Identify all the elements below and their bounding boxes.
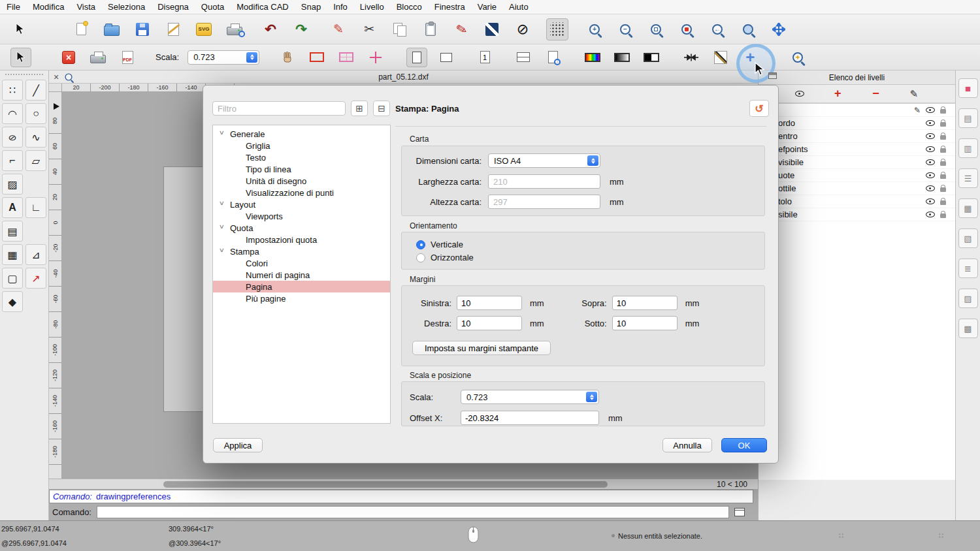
layer-visible-eye-icon[interactable] [926, 185, 935, 191]
info-tool[interactable]: ↗ [25, 268, 46, 289]
layer-lock-icon[interactable] [940, 161, 946, 166]
radio-orizzontale[interactable] [416, 253, 425, 262]
grayscale-button[interactable] [612, 48, 632, 67]
portrait-button[interactable] [406, 48, 427, 67]
scala-combo[interactable]: 0.723 [461, 390, 599, 404]
layer-row[interactable]: ✎ [759, 104, 955, 117]
grid-toggle-button[interactable] [546, 18, 568, 40]
layer-lock-icon[interactable] [940, 187, 946, 192]
sinistra-input[interactable] [457, 296, 522, 310]
open-file-button[interactable] [101, 18, 123, 40]
fit-margins-button[interactable] [681, 48, 702, 67]
radio-verticale[interactable] [416, 240, 425, 249]
svg-export-button[interactable]: SVG [193, 18, 215, 40]
command-input[interactable] [97, 506, 729, 518]
zoom-auto-button[interactable] [645, 18, 667, 40]
printer-margins-button[interactable]: Imposta su margini stampante [412, 341, 551, 355]
tree-item[interactable]: ∨ Griglia [213, 140, 390, 151]
menu-item[interactable]: Quota [201, 2, 224, 12]
line-tool[interactable]: ╱ [25, 80, 46, 101]
dimensioni-carta-select[interactable]: ISO A4 [488, 153, 600, 168]
hatch-tool[interactable]: ▨ [2, 174, 23, 195]
tree-item[interactable]: ∨ Layout [213, 198, 390, 210]
layer-row[interactable]: uote ✎ [759, 169, 955, 182]
menu-item[interactable]: Livello [360, 2, 384, 12]
paper-frame-button[interactable] [306, 48, 327, 67]
full-color-button[interactable] [582, 48, 603, 67]
applica-button[interactable]: Applica [213, 438, 263, 452]
ellipse-style-button[interactable]: ⊘ [512, 18, 534, 40]
crosshair-button[interactable]: + [740, 48, 760, 67]
save-button[interactable] [131, 18, 154, 40]
select-tool-button[interactable] [9, 18, 31, 40]
tree-item[interactable]: ∨ Tipo di linea [213, 163, 390, 175]
ok-button[interactable]: OK [721, 438, 767, 452]
layer-lock-icon[interactable] [940, 135, 946, 140]
menu-item[interactable]: Finestra [434, 2, 465, 12]
menu-item[interactable]: Vista [76, 2, 95, 12]
tree-item[interactable]: ∨ Stampa [213, 245, 390, 257]
scripts-dock-icon[interactable]: ▨ [958, 289, 978, 308]
layer-row[interactable]: efpoints ✎ [759, 143, 955, 156]
print-preview-button[interactable] [223, 18, 246, 40]
layer-lock-icon[interactable] [940, 213, 946, 218]
property-editor-icon[interactable]: ■ [958, 78, 978, 98]
page-zoom-button[interactable] [542, 48, 563, 67]
sotto-input[interactable] [612, 316, 678, 330]
menu-item[interactable]: Disegna [157, 2, 189, 12]
layer-row[interactable]: tolo ✎ [759, 195, 955, 208]
blackwhite-button[interactable] [641, 48, 662, 67]
tree-item[interactable]: ∨ Visualizzazione di punti [213, 187, 390, 198]
menu-item[interactable]: File [7, 2, 20, 12]
edit-drawing-button[interactable] [162, 18, 184, 40]
add-layer-button[interactable]: + [828, 87, 847, 101]
menu-item[interactable]: Snap [301, 2, 321, 12]
image-tool[interactable]: ▤ [2, 221, 23, 242]
layer-lock-icon[interactable] [940, 122, 946, 127]
menu-item[interactable]: Aiuto [509, 2, 529, 12]
measure-tool[interactable]: ⊿ [25, 244, 46, 265]
polyline-tool[interactable]: ⌐ [2, 150, 23, 171]
scrollbar-thumb[interactable] [163, 481, 608, 488]
landscape-button[interactable] [436, 48, 457, 67]
tree-item[interactable]: ∨ Quota [213, 222, 390, 234]
menu-item[interactable]: Varie [478, 2, 497, 12]
layer-row[interactable]: entro ✎ [759, 130, 955, 143]
horizontal-scrollbar[interactable]: 10 < 100 [49, 479, 758, 490]
menu-item[interactable]: Seleziona [108, 2, 145, 12]
new-file-button[interactable] [70, 18, 92, 40]
toggle-visibility-button[interactable] [790, 87, 809, 101]
select-tool-button-2[interactable] [10, 48, 31, 67]
layer-row[interactable]: ordo ✎ [759, 117, 955, 130]
library-browser-dock-icon[interactable]: ▧ [958, 228, 978, 248]
multi-page-button[interactable] [513, 48, 534, 67]
modify-tool[interactable]: ▢ [2, 268, 23, 289]
remove-layer-button[interactable]: − [866, 87, 886, 101]
marker-pen-button[interactable]: ✎ [450, 18, 472, 40]
circle-tool[interactable]: ○ [25, 103, 46, 124]
attributes-pen-button[interactable]: ✎ [327, 18, 350, 40]
points-tool[interactable]: ∷ [2, 80, 23, 101]
redo-button[interactable]: ↷ [290, 18, 312, 40]
layer-visible-eye-icon[interactable] [926, 159, 935, 165]
reset-button[interactable]: ↺ [749, 100, 769, 117]
expand-tree-button[interactable]: ⊞ [351, 101, 368, 116]
zoom-window-button[interactable] [737, 18, 759, 40]
offset-x-input[interactable] [461, 411, 599, 425]
arc-tool[interactable]: ◠ [2, 103, 23, 124]
menu-item[interactable]: Blocco [397, 2, 422, 12]
tree-item[interactable]: ∨ Colori [213, 257, 390, 269]
tree-item[interactable]: ∨ Viewports [213, 210, 390, 222]
dimension-tool[interactable]: ∟ [25, 197, 46, 218]
layer-lock-icon[interactable] [940, 174, 946, 179]
cut-button[interactable]: ✂ [358, 18, 380, 40]
layer-row[interactable]: visibile ✎ [759, 156, 955, 169]
filter-input[interactable] [212, 101, 346, 116]
layer-lock-icon[interactable] [940, 148, 946, 153]
origin-crosshair-button[interactable] [365, 48, 386, 67]
clipboard-dock-icon[interactable]: ▩ [958, 319, 978, 338]
draft-mode-button[interactable] [710, 48, 731, 67]
document-zoom-icon[interactable] [65, 73, 73, 80]
scale-combo[interactable]: 0.723 [188, 50, 259, 65]
collapse-tree-button[interactable]: ⊟ [373, 101, 390, 116]
